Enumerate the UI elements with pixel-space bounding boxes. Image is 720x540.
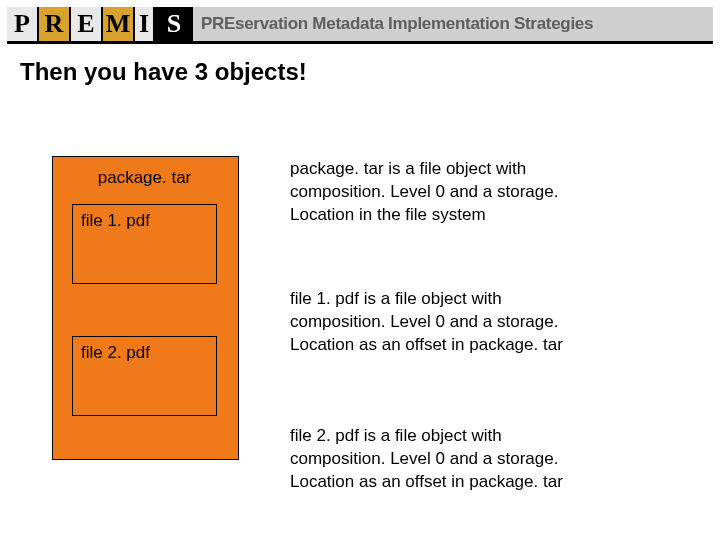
description-package: package. tar is a file object with compo… — [290, 158, 590, 227]
header-title: PREservation Metadata Implementation Str… — [193, 7, 713, 41]
logo-letter-e: E — [71, 7, 101, 41]
logo-letter-m: M — [103, 7, 133, 41]
logo-letter-p: P — [7, 7, 37, 41]
header-title-rest: servation Metadata Implementation Strate… — [235, 14, 593, 34]
description-file2: file 2. pdf is a file object with compos… — [290, 425, 590, 494]
logo-letter-s: S — [155, 7, 193, 41]
file1-box: file 1. pdf — [72, 204, 217, 284]
slide-heading: Then you have 3 objects! — [20, 58, 307, 86]
file2-box: file 2. pdf — [72, 336, 217, 416]
logo-letter-i: I — [135, 7, 153, 41]
logo-letter-r: R — [39, 7, 69, 41]
package-label: package. tar — [52, 168, 237, 188]
description-file1: file 1. pdf is a file object with compos… — [290, 288, 590, 357]
header-title-prefix: PRE — [201, 14, 235, 34]
premis-logo: P R E M I S — [7, 7, 193, 41]
header-bar: P R E M I S PREservation Metadata Implem… — [7, 7, 713, 44]
